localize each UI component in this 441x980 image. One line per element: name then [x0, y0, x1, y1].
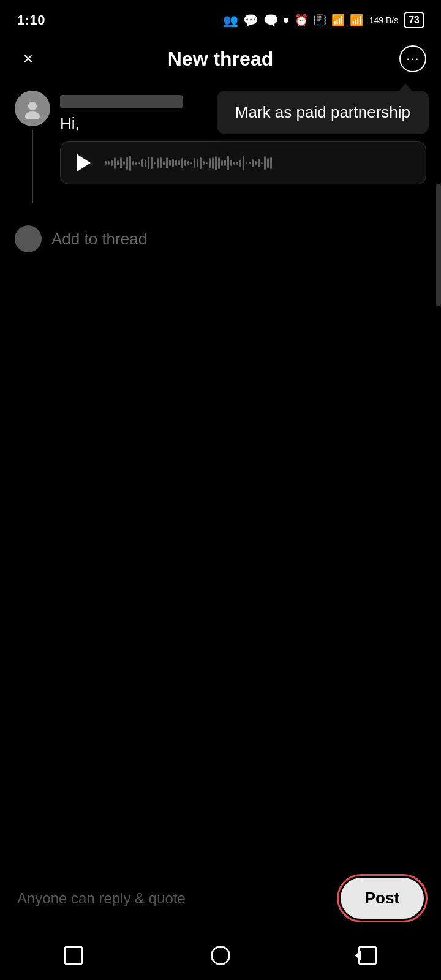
user-avatar: [15, 91, 50, 126]
status-bar: 1:10 👥 💬 🗨️ ⏰ 📳 📶 📶 149 B/s 73: [0, 0, 441, 37]
data-speed: 149 B/s: [369, 15, 398, 26]
bottom-bar: Anyone can reply & quote Post: [0, 865, 441, 931]
reply-info-text: Anyone can reply & quote: [17, 890, 186, 907]
system-nav-bar: [0, 931, 441, 980]
page-title: New thread: [168, 48, 273, 70]
system-icons: ⏰ 📳 📶 📶: [295, 13, 363, 27]
notification-icons: 👥 💬 🗨️: [223, 13, 288, 28]
recents-nav-icon[interactable]: [358, 946, 377, 965]
close-button[interactable]: ×: [15, 45, 42, 72]
paid-partnership-tooltip[interactable]: Mark as paid partnership: [217, 91, 429, 134]
tooltip-container: Mark as paid partnership: [217, 91, 429, 134]
audio-player[interactable]: [60, 141, 426, 184]
play-button[interactable]: [73, 152, 95, 174]
teams-icon: 👥: [223, 13, 238, 28]
battery-indicator: 73: [404, 12, 424, 28]
avatar-col: [15, 91, 50, 203]
username-redacted: [60, 95, 183, 108]
wifi-icon: 📶: [331, 13, 345, 27]
add-to-thread-row[interactable]: Add to thread: [0, 213, 441, 265]
alarm-icon: ⏰: [295, 13, 308, 27]
post-button[interactable]: Post: [341, 878, 424, 919]
thread-connector-line: [32, 130, 33, 203]
signal-icon: 📶: [350, 13, 363, 27]
chat-icon: 🗨️: [263, 13, 279, 28]
top-nav: × New thread ···: [0, 37, 441, 81]
svg-point-1: [25, 111, 40, 119]
whatsapp-icon: 💬: [243, 13, 258, 28]
more-options-button[interactable]: ···: [399, 45, 426, 72]
play-triangle-icon: [77, 154, 91, 172]
back-nav-icon[interactable]: [64, 946, 83, 965]
add-to-thread-label[interactable]: Add to thread: [51, 230, 147, 249]
status-right-icons: 👥 💬 🗨️ ⏰ 📳 📶 📶 149 B/s 73: [223, 12, 424, 28]
svg-point-0: [28, 102, 37, 110]
status-time: 1:10: [17, 12, 45, 28]
add-thread-avatar: [15, 225, 42, 252]
tooltip-text: Mark as paid partnership: [235, 103, 410, 121]
vibrate-icon: 📳: [313, 13, 326, 27]
home-nav-icon[interactable]: [211, 946, 230, 965]
audio-waveform: [105, 154, 413, 172]
dot-indicator: [284, 18, 288, 23]
scrollbar[interactable]: [436, 184, 441, 306]
